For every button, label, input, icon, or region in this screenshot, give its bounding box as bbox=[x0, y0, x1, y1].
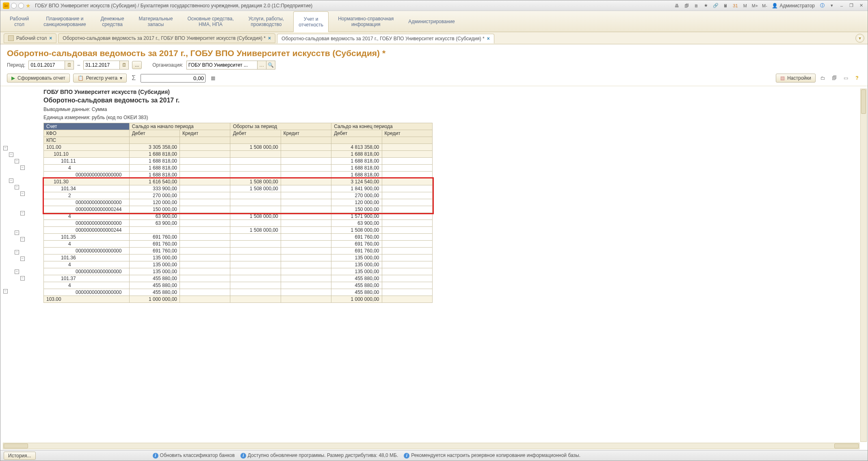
tab[interactable]: Оборотно-сальдовая ведомость за 2017 г.,… bbox=[58, 33, 275, 43]
col-od[interactable]: Дебет bbox=[230, 130, 281, 137]
table-row[interactable]: 101.003 305 358,001 508 000,004 813 358,… bbox=[44, 144, 433, 151]
table-row[interactable]: 0000000000000000063 900,0063 900,00 bbox=[44, 220, 433, 227]
table-row[interactable]: 101.34333 900,001 508 000,001 841 900,00 bbox=[44, 185, 433, 192]
section-item[interactable]: Услуги, работы,производство bbox=[243, 11, 289, 32]
help-circle-icon[interactable]: ? bbox=[853, 74, 861, 82]
tool-b-icon[interactable]: 🗐 bbox=[830, 74, 838, 82]
tab[interactable]: Рабочий стол× bbox=[4, 33, 56, 43]
table-row[interactable]: 4135 000,00135 000,00 bbox=[44, 261, 433, 268]
table-row[interactable]: 000000000000000001 688 818,001 688 818,0… bbox=[44, 172, 433, 178]
date-from-calendar-icon[interactable]: 🗓 bbox=[65, 61, 74, 70]
tab-close-icon[interactable]: × bbox=[49, 35, 52, 41]
table-row[interactable]: 101.101 688 818,001 688 818,00 bbox=[44, 151, 433, 158]
dropdown-icon[interactable]: ▾ bbox=[828, 2, 836, 9]
section-item[interactable]: Администрирование bbox=[403, 11, 460, 32]
table-row[interactable]: 101.111 688 818,001 688 818,00 bbox=[44, 158, 433, 165]
nav-fwd-icon[interactable] bbox=[18, 3, 24, 9]
calculator-icon[interactable]: 🖩 bbox=[721, 2, 729, 9]
tree-toggle-icon[interactable]: − bbox=[9, 152, 13, 157]
tree-toggle-icon[interactable]: − bbox=[9, 178, 13, 183]
tree-toggle-icon[interactable]: − bbox=[20, 211, 25, 215]
table-row[interactable]: 00000000000000000135 000,00135 000,00 bbox=[44, 268, 433, 275]
tree-toggle-icon[interactable]: − bbox=[15, 270, 19, 274]
table-row[interactable]: 101.37455 880,00455 880,00 bbox=[44, 275, 433, 282]
col-turnover[interactable]: Обороты за период bbox=[230, 123, 331, 130]
tree-toggle-icon[interactable]: − bbox=[3, 289, 8, 294]
tree-toggle-icon[interactable]: − bbox=[15, 159, 19, 163]
tree-toggle-icon[interactable]: − bbox=[3, 146, 8, 150]
section-item[interactable]: Основные средства,НМА, НПА bbox=[182, 11, 239, 32]
nav-back-icon[interactable] bbox=[11, 3, 17, 9]
table-row[interactable]: 00000000000000000455 880,00455 880,00 bbox=[44, 289, 433, 296]
close-icon[interactable]: ✕ bbox=[857, 2, 865, 9]
tree-toggle-icon[interactable]: − bbox=[15, 230, 19, 235]
v-scroll-thumb[interactable] bbox=[861, 89, 866, 114]
tree-toggle-icon[interactable]: − bbox=[20, 237, 25, 241]
tool-a-icon[interactable]: 🗀 bbox=[819, 74, 827, 82]
tab[interactable]: Оборотно-сальдовая ведомость за 2017 г.,… bbox=[277, 34, 494, 43]
col-start-balance[interactable]: Сальдо на начало периода bbox=[129, 123, 230, 130]
table-row[interactable]: 2270 000,00270 000,00 bbox=[44, 192, 433, 199]
table-row[interactable]: 00000000000000000120 000,00120 000,00 bbox=[44, 199, 433, 206]
tool-c-icon[interactable]: ▭ bbox=[842, 74, 850, 82]
col-sk[interactable]: Кредит bbox=[180, 130, 230, 137]
history-button[interactable]: История... bbox=[4, 452, 36, 460]
col-kps[interactable]: КПС bbox=[44, 137, 130, 144]
favorite-icon[interactable]: ★ bbox=[26, 2, 31, 9]
settings-button[interactable]: ▤Настройки bbox=[776, 74, 816, 83]
section-item[interactable]: Планирование исанкционирование bbox=[38, 11, 91, 32]
col-ek[interactable]: Кредит bbox=[382, 130, 432, 137]
mem-mplus[interactable]: M+ bbox=[751, 2, 759, 9]
run-report-button[interactable]: ▶Сформировать отчет bbox=[7, 74, 70, 83]
tree-toggle-icon[interactable]: − bbox=[15, 185, 19, 189]
h-scroll-thumb-right[interactable] bbox=[834, 444, 859, 448]
tree-toggle-icon[interactable]: − bbox=[20, 191, 25, 196]
tree-toggle-icon[interactable]: − bbox=[20, 257, 25, 261]
tab-close-icon[interactable]: × bbox=[487, 36, 490, 41]
section-item[interactable]: Нормативно-справочнаяинформация bbox=[333, 11, 399, 32]
table-row[interactable]: 41 688 818,001 688 818,00 bbox=[44, 165, 433, 172]
table-icon[interactable]: ▦ bbox=[209, 74, 217, 82]
status-msg-1[interactable]: iОбновить классификатор банков bbox=[153, 452, 235, 459]
table-row[interactable]: 101.36135 000,00135 000,00 bbox=[44, 254, 433, 261]
tree-toggle-icon[interactable]: − bbox=[20, 276, 25, 281]
mem-m[interactable]: M bbox=[741, 2, 749, 9]
tree-toggle-icon[interactable]: − bbox=[20, 165, 25, 170]
date-to-calendar-icon[interactable]: 🗓 bbox=[120, 61, 129, 70]
table-row[interactable]: 00000000000000244150 000,00150 000,00 bbox=[44, 206, 433, 213]
org-input[interactable] bbox=[186, 61, 258, 70]
table-row[interactable]: 00000000000000000691 760,00691 760,00 bbox=[44, 248, 433, 254]
horizontal-scrollbar[interactable] bbox=[3, 443, 859, 449]
status-msg-3[interactable]: iРекомендуется настроить резервное копир… bbox=[404, 452, 580, 459]
org-select-icon[interactable]: … bbox=[258, 61, 266, 70]
sum-value-input[interactable] bbox=[141, 74, 206, 83]
col-sd[interactable]: Дебет bbox=[129, 130, 180, 137]
date-from-input[interactable] bbox=[28, 61, 65, 70]
table-row[interactable]: 4455 880,00455 880,00 bbox=[44, 282, 433, 289]
table-row[interactable]: 463 900,001 508 000,001 571 900,00 bbox=[44, 213, 433, 220]
mem-mminus[interactable]: M- bbox=[760, 2, 768, 9]
table-row[interactable]: 4691 760,00691 760,00 bbox=[44, 241, 433, 248]
section-item[interactable]: Учет иотчетность bbox=[293, 11, 329, 32]
tabs-overflow-icon[interactable]: ▾ bbox=[855, 34, 864, 43]
tool-icon-2[interactable]: 🗐 bbox=[682, 2, 691, 9]
col-end-balance[interactable]: Сальдо на конец периода bbox=[331, 123, 433, 130]
col-account[interactable]: Счет bbox=[44, 123, 130, 130]
table-row[interactable]: 101.35691 760,00691 760,00 bbox=[44, 234, 433, 241]
calendar-icon[interactable]: 31 bbox=[731, 2, 739, 9]
section-item[interactable]: Материальныезапасы bbox=[134, 11, 178, 32]
register-dropdown[interactable]: 📋Регистр учета ▾ bbox=[73, 74, 127, 83]
status-msg-2[interactable]: iДоступно обновление программы. Размер д… bbox=[240, 452, 398, 459]
tool-favorite-icon[interactable]: ★ bbox=[702, 2, 710, 9]
vertical-scrollbar[interactable] bbox=[860, 89, 867, 442]
period-select-button[interactable]: ... bbox=[132, 61, 142, 69]
table-row[interactable]: 101.301 616 540,001 508 000,003 124 540,… bbox=[44, 178, 433, 185]
table-row[interactable]: 000000000000002441 508 000,001 508 000,0… bbox=[44, 227, 433, 234]
table-row[interactable]: 103.001 000 000,001 000 000,00 bbox=[44, 296, 433, 303]
col-kfo[interactable]: КФО bbox=[44, 130, 130, 137]
user-label[interactable]: 👤Администратор bbox=[770, 3, 816, 9]
date-to-input[interactable] bbox=[83, 61, 120, 70]
tool-icon-3[interactable]: 🗎 bbox=[692, 2, 700, 9]
sum-icon[interactable]: Σ bbox=[130, 74, 137, 82]
help-icon[interactable]: ⓘ bbox=[818, 2, 826, 9]
